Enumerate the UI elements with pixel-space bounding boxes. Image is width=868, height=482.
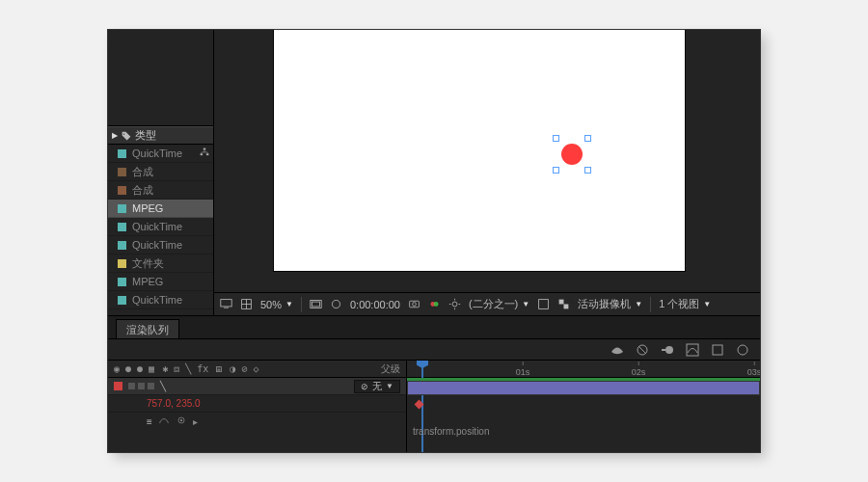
svg-rect-14 (559, 300, 564, 305)
shy-toggle-icon[interactable] (610, 342, 625, 358)
timeline-track-area[interactable]: 01s02s03s transform.position (407, 361, 760, 452)
region-icon[interactable] (537, 298, 550, 310)
svg-point-20 (738, 345, 747, 355)
parent-dropdown[interactable]: ⊘ 无 ▼ (354, 380, 400, 393)
composition-canvas-area[interactable] (214, 30, 760, 292)
svg-rect-0 (203, 148, 206, 150)
brainstorm-icon[interactable] (710, 342, 725, 358)
position-property-row[interactable]: 757.0, 235.0 (108, 395, 406, 413)
item-type-swatch (118, 204, 126, 213)
sort-arrow-icon: ▶ (112, 131, 118, 140)
av-features-header-icon: ◉ ● ● ▦ (114, 363, 154, 374)
svg-point-22 (180, 419, 182, 421)
switches-header-icon: ✱ ⧈ ╲ fx 🗉 ◑ ⊘ ◇ (162, 363, 258, 375)
project-panel: ▶ 类型 QuickTime合成合成MPEGQuickTimeQuickTime… (108, 30, 214, 315)
svg-rect-7 (312, 302, 319, 307)
item-type-swatch (118, 259, 126, 268)
project-item-label: 文件夹 (132, 256, 164, 271)
svg-rect-3 (221, 300, 231, 307)
viewer-toolbar: 50%▼ 0:00:00:00 (214, 292, 760, 315)
project-item[interactable]: QuickTime (108, 291, 213, 309)
transparency-grid-icon[interactable] (557, 298, 570, 310)
grid-icon[interactable] (240, 298, 253, 310)
camera-value: 活动摄像机 (578, 297, 631, 311)
expression-pickwhip-icon[interactable] (176, 415, 187, 428)
zoom-value: 50% (260, 299, 282, 310)
item-type-swatch (118, 149, 126, 158)
resolution-dropdown[interactable]: (二分之一)▼ (469, 297, 529, 311)
timeline-layer-columns: ◉ ● ● ▦ ✱ ⧈ ╲ fx 🗉 ◑ ⊘ ◇ 父级 ╲ ⊘ 无 ▼ (108, 361, 407, 452)
expression-graph-icon[interactable] (158, 415, 170, 428)
app-window: ▶ 类型 QuickTime合成合成MPEGQuickTimeQuickTime… (108, 30, 760, 452)
item-flowchart-icon[interactable] (200, 147, 209, 159)
layer-color-swatch[interactable] (114, 382, 122, 390)
project-item-label: MPEG (132, 202, 163, 214)
frame-blend-icon[interactable] (635, 342, 650, 358)
exposure-icon[interactable] (448, 298, 461, 310)
project-item[interactable]: QuickTime (108, 218, 213, 236)
mask-toggle-icon[interactable] (330, 298, 342, 310)
motion-blur-icon[interactable] (660, 342, 675, 358)
project-item-label: 合成 (132, 165, 153, 179)
project-item-label: QuickTime (132, 147, 182, 159)
project-item-label: MPEG (132, 276, 163, 287)
project-item[interactable]: QuickTime (108, 236, 213, 254)
ruler-tick: 02s (632, 367, 646, 377)
expression-enable-icon[interactable]: ≡ (147, 416, 152, 427)
view-count-value: 1 个视图 (659, 297, 699, 311)
project-item[interactable]: 合成 (108, 163, 213, 181)
project-item[interactable]: 合成 (108, 181, 213, 200)
svg-rect-4 (224, 308, 229, 308)
expression-text: transform.position (413, 426, 489, 437)
project-column-header[interactable]: ▶ 类型 (108, 126, 213, 145)
zoom-dropdown[interactable]: 50%▼ (260, 299, 293, 310)
svg-rect-19 (713, 345, 722, 355)
svg-rect-13 (539, 300, 549, 309)
expression-language-menu-icon[interactable]: ▸ (193, 416, 198, 427)
expression-text-field[interactable]: transform.position (407, 426, 489, 437)
ruler-tick: 03s (747, 367, 760, 377)
position-value: 757.0, 235.0 (147, 398, 201, 409)
timecode-display[interactable]: 0:00:00:00 (350, 299, 400, 310)
playhead[interactable] (417, 361, 428, 374)
project-preview-area (108, 30, 213, 126)
layer-duration-bar[interactable] (407, 381, 760, 395)
project-item[interactable]: 文件夹 (108, 254, 213, 273)
project-item-label: 合成 (132, 183, 153, 198)
monitor-icon[interactable] (220, 298, 232, 310)
parent-column-label: 父级 (381, 362, 400, 376)
svg-point-17 (665, 346, 673, 354)
channels-icon[interactable] (428, 298, 441, 310)
snapshot-icon[interactable] (408, 298, 420, 310)
project-item-label: QuickTime (132, 221, 182, 232)
layer-switches-group[interactable] (128, 383, 154, 389)
item-type-swatch (118, 241, 126, 250)
timecode-value: 0:00:00:00 (350, 299, 400, 310)
svg-point-11 (434, 302, 439, 307)
view-count-dropdown[interactable]: 1 个视图▼ (659, 297, 711, 311)
project-item[interactable]: MPEG (108, 273, 213, 291)
tag-icon (122, 131, 131, 141)
project-column-label: 类型 (135, 128, 156, 143)
timeline-tab-strip: 渲染队列 (108, 316, 760, 339)
svg-point-12 (452, 302, 457, 307)
composition-canvas (274, 30, 685, 271)
graph-editor-icon[interactable] (685, 342, 700, 358)
timeline-column-header: ◉ ● ● ▦ ✱ ⧈ ╲ fx 🗉 ◑ ⊘ ◇ 父级 (108, 361, 406, 378)
svg-rect-15 (564, 305, 569, 309)
item-type-swatch (118, 186, 126, 195)
resolution-value: (二分之一) (469, 297, 518, 311)
item-type-swatch (118, 278, 126, 286)
project-item[interactable]: QuickTime (108, 145, 213, 163)
draft3d-icon[interactable] (735, 342, 750, 358)
timeline-toolbar (108, 339, 760, 361)
svg-rect-1 (201, 153, 203, 155)
layer-row[interactable]: ╲ ⊘ 无 ▼ (108, 378, 406, 395)
tab-render-queue[interactable]: 渲染队列 (116, 319, 179, 338)
project-item[interactable]: MPEG (108, 200, 213, 218)
time-ruler[interactable]: 01s02s03s (407, 361, 760, 378)
selection-handles[interactable] (553, 135, 591, 174)
camera-dropdown[interactable]: 活动摄像机▼ (578, 297, 642, 311)
safe-zones-icon[interactable] (310, 298, 322, 310)
tab-render-queue-label: 渲染队列 (126, 324, 169, 335)
